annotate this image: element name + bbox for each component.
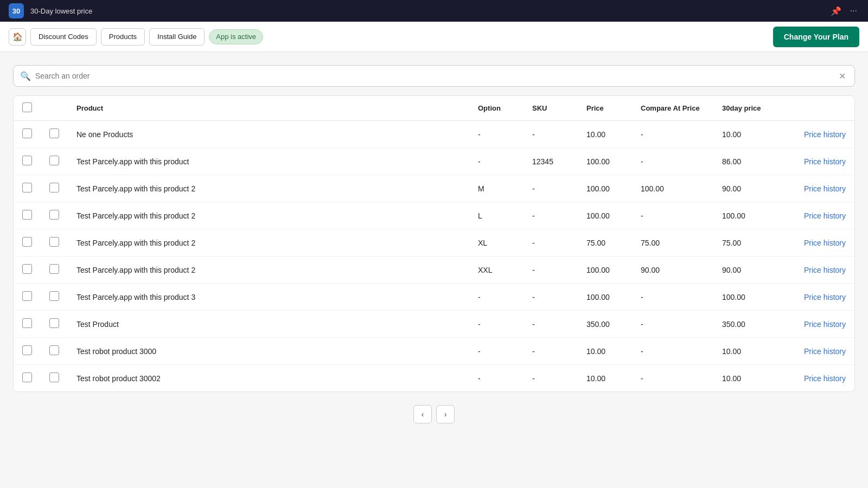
row-checkbox-inner-5[interactable] xyxy=(49,264,59,274)
row-checkbox-inner-4[interactable] xyxy=(49,237,59,247)
prev-page-button[interactable]: ‹ xyxy=(413,405,432,423)
row-product-name: Test Parcely.app with this product xyxy=(68,148,469,175)
row-checkbox-inner-9[interactable] xyxy=(49,373,59,382)
table-row: Ne one Products - - 10.00 - 10.00 Price … xyxy=(14,121,854,148)
row-checkbox-outer-5[interactable] xyxy=(22,264,32,274)
row-checkbox-outer-3[interactable] xyxy=(22,210,32,220)
table-row: Test Parcely.app with this product 2 M -… xyxy=(14,175,854,202)
row-checkbox-outer-0[interactable] xyxy=(22,129,32,138)
search-icon: 🔍 xyxy=(20,71,31,81)
search-clear-icon[interactable]: ✕ xyxy=(837,69,848,84)
col-header-product: Product xyxy=(68,96,469,121)
row-sku: - xyxy=(524,229,578,256)
row-check-inner xyxy=(41,311,68,338)
col-header-price: Price xyxy=(578,96,632,121)
row-sku: 12345 xyxy=(524,148,578,175)
row-check-outer xyxy=(14,202,41,229)
row-30day-price: 100.00 xyxy=(713,284,778,311)
top-bar-icons: 📌 ··· xyxy=(828,4,859,18)
price-history-link-9[interactable]: Price history xyxy=(804,374,846,383)
row-checkbox-inner-8[interactable] xyxy=(49,345,59,355)
pin-icon[interactable]: 📌 xyxy=(828,4,844,18)
row-compare-at-price: - xyxy=(632,284,713,311)
col-header-sku: SKU xyxy=(524,96,578,121)
row-checkbox-outer-9[interactable] xyxy=(22,373,32,382)
price-history-link-4[interactable]: Price history xyxy=(804,239,846,247)
price-history-link-0[interactable]: Price history xyxy=(804,130,846,139)
row-action: Price history xyxy=(778,121,854,148)
price-history-link-2[interactable]: Price history xyxy=(804,184,846,193)
select-all-checkbox[interactable] xyxy=(22,102,32,112)
more-icon[interactable]: ··· xyxy=(848,4,859,18)
price-history-link-7[interactable]: Price history xyxy=(804,320,846,329)
search-input[interactable] xyxy=(35,72,837,80)
row-sku: - xyxy=(524,338,578,365)
price-history-link-3[interactable]: Price history xyxy=(804,211,846,220)
row-sku: - xyxy=(524,284,578,311)
price-history-link-6[interactable]: Price history xyxy=(804,293,846,301)
row-check-outer xyxy=(14,311,41,338)
discount-codes-button[interactable]: Discount Codes xyxy=(30,28,97,46)
row-product-name: Test robot product 30002 xyxy=(68,365,469,392)
home-button[interactable]: 🏠 xyxy=(9,28,26,46)
row-checkbox-outer-8[interactable] xyxy=(22,345,32,355)
row-compare-at-price: - xyxy=(632,121,713,148)
row-price: 100.00 xyxy=(578,202,632,229)
row-compare-at-price: - xyxy=(632,202,713,229)
row-checkbox-outer-7[interactable] xyxy=(22,318,32,328)
row-30day-price: 86.00 xyxy=(713,148,778,175)
row-product-name: Test Parcely.app with this product 2 xyxy=(68,256,469,284)
install-guide-button[interactable]: Install Guide xyxy=(149,28,205,46)
row-checkbox-inner-6[interactable] xyxy=(49,291,59,301)
price-history-link-8[interactable]: Price history xyxy=(804,347,846,356)
row-checkbox-outer-2[interactable] xyxy=(22,183,32,192)
row-checkbox-inner-3[interactable] xyxy=(49,210,59,220)
price-history-link-1[interactable]: Price history xyxy=(804,157,846,166)
row-check-outer xyxy=(14,121,41,148)
row-compare-at-price: 100.00 xyxy=(632,175,713,202)
row-check-inner xyxy=(41,202,68,229)
search-bar: 🔍 ✕ xyxy=(13,65,855,87)
row-check-inner xyxy=(41,229,68,256)
table-row: Test Product - - 350.00 - 350.00 Price h… xyxy=(14,311,854,338)
products-table-card: Product Option SKU Price Compare At Pric… xyxy=(13,95,855,392)
row-option: - xyxy=(469,338,524,365)
change-plan-button[interactable]: Change Your Plan xyxy=(773,27,859,47)
nav-bar: 🏠 Discount Codes Products Install Guide … xyxy=(0,22,868,52)
row-checkbox-inner-7[interactable] xyxy=(49,318,59,328)
row-action: Price history xyxy=(778,365,854,392)
row-checkbox-inner-0[interactable] xyxy=(49,129,59,138)
row-sku: - xyxy=(524,121,578,148)
row-action: Price history xyxy=(778,256,854,284)
row-action: Price history xyxy=(778,175,854,202)
row-checkbox-inner-2[interactable] xyxy=(49,183,59,192)
row-checkbox-outer-4[interactable] xyxy=(22,237,32,247)
row-sku: - xyxy=(524,256,578,284)
row-price: 100.00 xyxy=(578,256,632,284)
price-history-link-5[interactable]: Price history xyxy=(804,266,846,274)
row-product-name: Test Parcely.app with this product 2 xyxy=(68,229,469,256)
row-check-inner xyxy=(41,121,68,148)
row-compare-at-price: - xyxy=(632,338,713,365)
row-option: XL xyxy=(469,229,524,256)
row-price: 10.00 xyxy=(578,338,632,365)
row-product-name: Test Product xyxy=(68,311,469,338)
row-option: - xyxy=(469,148,524,175)
table-row: Test Parcely.app with this product 3 - -… xyxy=(14,284,854,311)
row-check-inner xyxy=(41,284,68,311)
pagination: ‹ › xyxy=(13,405,855,423)
products-button[interactable]: Products xyxy=(101,28,145,46)
col-header-check2 xyxy=(41,96,68,121)
row-compare-at-price: - xyxy=(632,311,713,338)
table-row: Test Parcely.app with this product - 123… xyxy=(14,148,854,175)
row-option: XXL xyxy=(469,256,524,284)
row-checkbox-outer-1[interactable] xyxy=(22,156,32,165)
row-action: Price history xyxy=(778,284,854,311)
row-compare-at-price: 75.00 xyxy=(632,229,713,256)
next-page-button[interactable]: › xyxy=(436,405,455,423)
row-option: - xyxy=(469,284,524,311)
table-row: Test Parcely.app with this product 2 L -… xyxy=(14,202,854,229)
row-checkbox-outer-6[interactable] xyxy=(22,291,32,301)
table-row: Test robot product 30002 - - 10.00 - 10.… xyxy=(14,365,854,392)
row-checkbox-inner-1[interactable] xyxy=(49,156,59,165)
